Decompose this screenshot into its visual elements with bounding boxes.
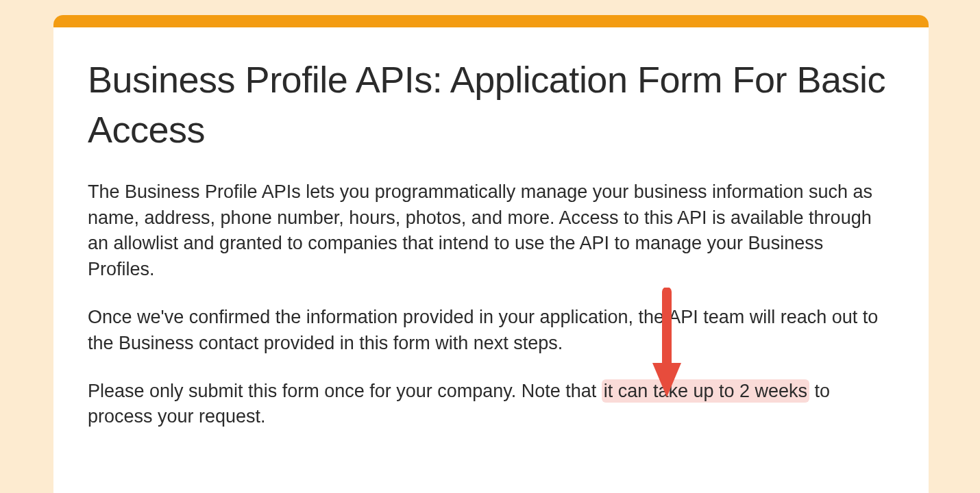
accent-bar	[53, 15, 929, 27]
form-content: Business Profile APIs: Application Form …	[53, 27, 929, 451]
page-title: Business Profile APIs: Application Form …	[88, 55, 894, 155]
highlighted-duration: it can take up to 2 weeks	[602, 379, 809, 403]
intro-paragraph-1: The Business Profile APIs lets you progr…	[88, 179, 894, 283]
intro-paragraph-2: Once we've confirmed the information pro…	[88, 305, 894, 357]
form-card: Business Profile APIs: Application Form …	[53, 15, 929, 493]
intro-paragraph-3: Please only submit this form once for yo…	[88, 379, 894, 431]
p3-text-before: Please only submit this form once for yo…	[88, 381, 602, 401]
